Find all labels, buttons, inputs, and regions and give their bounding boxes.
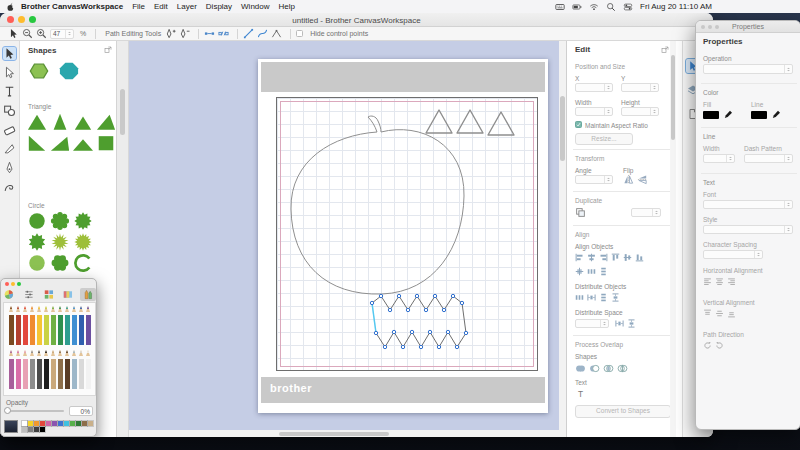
shape-triangle[interactable] bbox=[26, 112, 48, 132]
shape-tool-icon[interactable] bbox=[3, 104, 16, 117]
cursor-outline-icon[interactable] bbox=[3, 66, 16, 79]
pencil-swatch[interactable] bbox=[51, 315, 56, 345]
apple-icon[interactable] bbox=[6, 2, 15, 12]
pencil-swatch[interactable] bbox=[86, 315, 91, 345]
color-swatch[interactable] bbox=[22, 427, 27, 432]
color-swatch[interactable] bbox=[82, 421, 87, 426]
menu-help[interactable]: Help bbox=[279, 2, 295, 11]
width-field[interactable] bbox=[575, 107, 613, 116]
line-color-swatch[interactable] bbox=[751, 111, 767, 119]
menu-app-name[interactable]: Brother CanvasWorkspace bbox=[21, 2, 123, 11]
color-swatch[interactable] bbox=[28, 427, 33, 432]
shape-disc[interactable] bbox=[26, 253, 48, 273]
popout-icon[interactable] bbox=[104, 46, 112, 54]
control-center-icon[interactable] bbox=[623, 2, 633, 12]
clockwise-icon[interactable] bbox=[703, 341, 712, 350]
font-select[interactable] bbox=[703, 200, 793, 209]
resize-button[interactable]: Resize... bbox=[575, 133, 633, 145]
color-palette-icon[interactable] bbox=[41, 288, 57, 301]
menu-window[interactable]: Window bbox=[241, 2, 269, 11]
char-spacing-field[interactable] bbox=[703, 250, 763, 259]
popout-icon[interactable] bbox=[661, 46, 669, 54]
line-segment-icon[interactable] bbox=[243, 28, 254, 39]
pencil-swatch[interactable] bbox=[16, 359, 21, 389]
style-select[interactable] bbox=[703, 225, 793, 234]
corner-point-icon[interactable] bbox=[271, 28, 282, 39]
stepper-icon[interactable] bbox=[604, 84, 612, 91]
text-align-left-icon[interactable] bbox=[703, 277, 712, 286]
shape-triangle-tall[interactable] bbox=[49, 112, 71, 132]
stepper-icon[interactable] bbox=[650, 108, 658, 115]
cutting-mat-grid[interactable] bbox=[276, 97, 538, 371]
pencil-swatch[interactable] bbox=[44, 315, 49, 345]
fill-color-swatch[interactable] bbox=[703, 111, 719, 119]
shape-triangle-right[interactable] bbox=[26, 133, 48, 153]
distribute-v-icon[interactable] bbox=[599, 267, 608, 276]
align-center-both-icon[interactable] bbox=[575, 267, 584, 276]
pencil-swatch[interactable] bbox=[23, 315, 28, 345]
shape-triangle-scalene[interactable] bbox=[49, 133, 71, 153]
divide-icon[interactable] bbox=[617, 363, 628, 374]
search-icon[interactable] bbox=[606, 2, 616, 12]
scrollbar-thumb[interactable] bbox=[671, 55, 675, 140]
eraser-icon[interactable] bbox=[3, 123, 16, 136]
stepper-icon[interactable] bbox=[604, 176, 612, 183]
color-swatch[interactable] bbox=[52, 421, 57, 426]
shape-triangle-lean[interactable] bbox=[95, 112, 117, 132]
menu-file[interactable]: File bbox=[132, 2, 145, 11]
color-swatch[interactable] bbox=[34, 421, 39, 426]
color-swatch[interactable] bbox=[70, 421, 75, 426]
color-swatch[interactable] bbox=[88, 421, 93, 426]
shape-sun[interactable] bbox=[72, 232, 94, 252]
pencil-swatch[interactable] bbox=[58, 359, 63, 389]
intersect-icon[interactable] bbox=[603, 363, 614, 374]
align-center-h-icon[interactable] bbox=[587, 253, 596, 262]
pencil-swatch[interactable] bbox=[37, 315, 42, 345]
scrollbar-thumb[interactable] bbox=[120, 89, 125, 135]
counterclockwise-icon[interactable] bbox=[715, 341, 724, 350]
opacity-value[interactable]: 0% bbox=[69, 406, 93, 416]
keyboard-icon[interactable] bbox=[555, 2, 565, 12]
battery-icon[interactable] bbox=[572, 2, 582, 12]
shape-scallop[interactable] bbox=[49, 211, 71, 231]
pencil-swatch[interactable] bbox=[30, 359, 35, 389]
scrollbar-thumb[interactable] bbox=[279, 432, 389, 436]
stepper-icon[interactable] bbox=[650, 84, 658, 91]
text-align-right-icon[interactable] bbox=[727, 277, 736, 286]
color-swatch[interactable] bbox=[22, 421, 27, 426]
curve-segment-icon[interactable] bbox=[257, 28, 268, 39]
shape-arc[interactable] bbox=[72, 253, 94, 273]
canvas-area[interactable]: brother bbox=[129, 41, 566, 437]
align-right-icon[interactable] bbox=[599, 253, 608, 262]
color-swatch[interactable] bbox=[46, 421, 51, 426]
height-field[interactable] bbox=[621, 107, 659, 116]
close-button[interactable] bbox=[5, 282, 9, 286]
shape-burst[interactable] bbox=[72, 211, 94, 231]
color-swatch[interactable] bbox=[58, 421, 63, 426]
color-swatch[interactable] bbox=[64, 421, 69, 426]
scrollbar-thumb[interactable] bbox=[560, 96, 565, 161]
shape-flower[interactable] bbox=[49, 253, 71, 273]
shape-triangle-wide[interactable] bbox=[72, 133, 94, 153]
text-align-bottom-icon[interactable] bbox=[727, 309, 736, 318]
distribute-space-field[interactable] bbox=[575, 319, 609, 328]
text-align-top-icon[interactable] bbox=[703, 309, 712, 318]
merge-nodes-icon[interactable] bbox=[204, 28, 215, 39]
pencil-swatch[interactable] bbox=[44, 359, 49, 389]
shape-octagon[interactable] bbox=[58, 61, 80, 81]
flip-h-icon[interactable] bbox=[623, 174, 634, 185]
weld-icon[interactable] bbox=[575, 363, 586, 374]
align-bottom-icon[interactable] bbox=[635, 253, 644, 262]
convert-to-shapes-button[interactable]: Convert to Shapes bbox=[575, 405, 671, 418]
window-titlebar[interactable]: untitled - Brother CanvasWorkspace bbox=[0, 13, 713, 27]
menu-display[interactable]: Display bbox=[206, 2, 232, 11]
y-field[interactable] bbox=[621, 83, 659, 92]
color-swatch[interactable] bbox=[28, 421, 33, 426]
space-h-icon[interactable] bbox=[587, 293, 596, 302]
pencil-swatch[interactable] bbox=[65, 315, 70, 345]
subtract-icon[interactable] bbox=[589, 363, 600, 374]
knife-icon[interactable] bbox=[3, 142, 16, 155]
text-outline-icon[interactable]: T bbox=[575, 389, 586, 400]
line-width-field[interactable] bbox=[703, 154, 735, 163]
color-sliders-icon[interactable] bbox=[21, 288, 37, 301]
